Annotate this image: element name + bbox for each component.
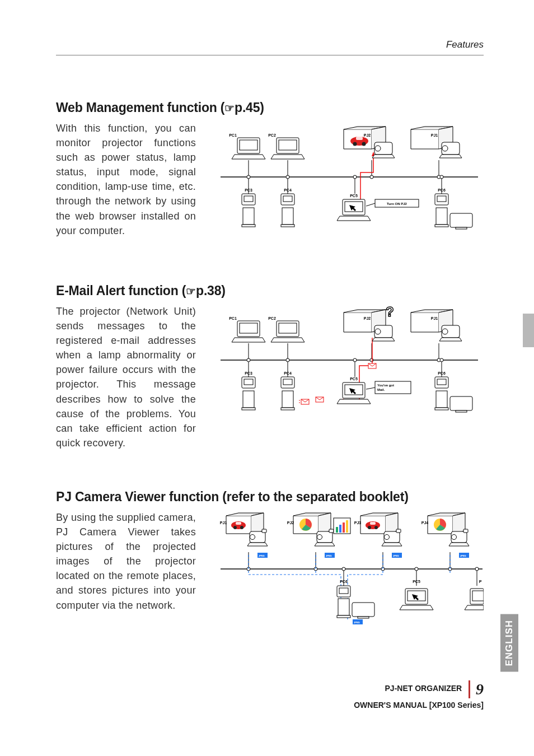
svg-point-144: [385, 534, 390, 539]
svg-text:PC3: PC3: [245, 188, 252, 192]
svg-rect-39: [435, 225, 448, 227]
svg-rect-35: [281, 225, 294, 227]
svg-point-64: [247, 358, 250, 362]
svg-line-102: [366, 388, 375, 389]
svg-rect-94: [437, 379, 446, 385]
svg-rect-91: [282, 391, 293, 408]
title-prefix: Web Management function (: [56, 100, 224, 115]
svg-rect-168: [358, 617, 369, 618]
svg-text:PC3: PC3: [245, 371, 252, 375]
svg-rect-30: [243, 208, 254, 225]
section-pj-camera-viewer: PJ Camera Viewer function (refer to the …: [56, 489, 484, 639]
title-ref: p.38): [196, 283, 226, 298]
pointer-icon: ☞: [224, 102, 235, 114]
title-prefix: E-Mail Alert function (: [56, 283, 186, 298]
svg-rect-97: [450, 396, 472, 410]
svg-point-141: [374, 526, 378, 529]
svg-point-65: [286, 358, 289, 362]
svg-rect-41: [456, 227, 467, 229]
svg-point-125: [342, 567, 345, 571]
svg-text:PC6: PC6: [438, 371, 446, 375]
svg-rect-134: [262, 529, 266, 533]
pointer-icon: ☞: [186, 285, 196, 297]
svg-text:JPEG: JPEG: [354, 621, 360, 624]
svg-text:PC2: PC2: [268, 316, 276, 320]
svg-point-140: [368, 526, 371, 529]
header-section-name: Features: [56, 39, 484, 55]
section-title: PJ Camera Viewer function (refer to the …: [56, 489, 484, 505]
svg-rect-86: [244, 379, 253, 385]
section-web-management: Web Management function (☞p.45) With thi…: [56, 100, 484, 244]
svg-text:PJ1: PJ1: [220, 521, 227, 525]
svg-rect-78: [240, 323, 257, 333]
svg-rect-19: [279, 140, 297, 150]
svg-rect-23: [356, 137, 363, 140]
svg-point-148: [452, 534, 457, 539]
svg-point-69: [440, 358, 443, 362]
svg-point-22: [362, 142, 366, 146]
svg-line-45: [366, 203, 375, 206]
svg-rect-87: [243, 391, 254, 408]
svg-text:PC1: PC1: [229, 316, 237, 320]
diagram-email-alert: ?: [215, 304, 484, 427]
svg-text:Turn ON  PJ2: Turn ON PJ2: [387, 202, 407, 206]
svg-rect-40: [450, 213, 472, 227]
svg-rect-166: [337, 615, 350, 618]
svg-text:JPEG: JPEG: [326, 554, 332, 557]
svg-text:PJ2: PJ2: [364, 316, 371, 320]
svg-rect-142: [370, 522, 376, 525]
svg-point-130: [240, 526, 243, 529]
svg-point-25: [375, 146, 381, 151]
svg-rect-138: [329, 529, 334, 533]
svg-text:P: P: [479, 580, 482, 584]
svg-text:You've got: You've got: [377, 384, 394, 387]
svg-rect-31: [242, 225, 255, 227]
svg-text:?: ?: [386, 304, 394, 319]
svg-text:JPEG: JPEG: [259, 554, 265, 557]
svg-text:PC6: PC6: [340, 580, 348, 584]
section-title: E-Mail Alert function (☞p.38): [56, 283, 484, 298]
svg-rect-95: [436, 391, 447, 408]
svg-rect-90: [283, 379, 292, 385]
svg-rect-131: [236, 522, 241, 525]
svg-rect-37: [437, 196, 446, 202]
svg-rect-154: [346, 520, 348, 533]
svg-rect-151: [336, 527, 338, 533]
section-body: The projector (Network Unit) sends messa…: [56, 304, 196, 450]
language-tab: ENGLISH: [500, 614, 518, 672]
svg-text:JPEG: JPEG: [460, 554, 466, 557]
svg-point-9: [247, 175, 250, 179]
svg-text:PC4: PC4: [284, 371, 292, 375]
svg-rect-80: [279, 323, 297, 333]
svg-point-13: [353, 175, 357, 179]
svg-rect-34: [282, 208, 293, 225]
svg-point-82: [375, 329, 381, 334]
laptop-icon: [232, 138, 265, 159]
svg-text:PJ4: PJ4: [421, 521, 429, 525]
svg-rect-167: [352, 603, 374, 617]
svg-text:Mail.: Mail.: [377, 388, 385, 391]
section-body: By using the supplied camera, PJ Camera …: [56, 510, 196, 613]
mail-icon: [316, 397, 324, 402]
svg-rect-152: [339, 525, 341, 533]
svg-point-21: [353, 142, 357, 146]
svg-point-127: [475, 567, 479, 571]
mail-icon: [368, 363, 376, 368]
diagram-web-management: Turn ON PJ2 PC1 PC2 PJ2 PJ1 PC3 PC4 PC5 …: [215, 121, 484, 244]
diagram-pj-camera: JPEG JPEG JPEG JPEG JPEG: [215, 510, 484, 639]
svg-rect-145: [396, 529, 401, 533]
svg-point-133: [250, 534, 255, 539]
svg-text:PJ3: PJ3: [354, 521, 362, 525]
svg-rect-165: [338, 599, 349, 615]
svg-text:PJ2: PJ2: [364, 133, 371, 137]
svg-rect-153: [343, 522, 345, 533]
svg-rect-92: [281, 408, 294, 410]
svg-text:PC5: PC5: [350, 194, 358, 198]
svg-rect-38: [436, 208, 447, 225]
svg-point-10: [286, 175, 289, 179]
section-body: With this function, you can monitor proj…: [56, 121, 196, 238]
mail-icon: [299, 399, 309, 404]
svg-point-137: [317, 534, 322, 539]
svg-text:JPEG: JPEG: [393, 554, 399, 557]
footer-line2: OWNER'S MANUAL [XP100 Series]: [354, 701, 484, 710]
